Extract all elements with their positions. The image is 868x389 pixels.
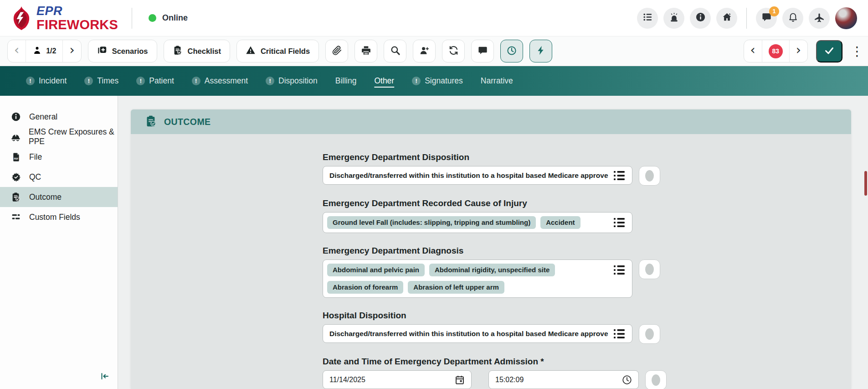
ed-cause-of-injury-input[interactable]: Ground level Fall (includes: slipping, t… [323,212,632,233]
scenarios-button[interactable]: Scenarios [88,40,157,62]
status-dot [645,170,654,182]
lightning-bolt-icon [536,45,546,57]
sync-button[interactable] [442,40,465,62]
choices-list-icon[interactable] [612,170,626,182]
critical-fields-button[interactable]: Critical Fields [236,40,319,62]
section-tabs: ! Incident ! Times ! Patient ! Assessmen… [0,66,868,96]
alert-icon: ! [84,77,93,85]
siren-icon [669,12,679,24]
validation-count[interactable]: 83 [762,40,789,62]
tab-signatures[interactable]: ! Signatures [412,76,463,86]
sidebar-item-qc[interactable]: QC [0,167,118,187]
ed-diagnosis-status-toggle[interactable] [639,259,660,279]
tab-disposition[interactable]: ! Disposition [266,76,318,86]
tag[interactable]: Abdominal rigidity, unspecified site [429,264,555,276]
ed-admission-date-input[interactable]: 11/14/2025 [323,370,472,389]
tag[interactable]: Abrasion of left upper arm [408,281,504,294]
checkmark-icon [824,45,835,57]
pager-next-button[interactable]: › [62,40,81,62]
tab-times[interactable]: ! Times [84,76,118,86]
online-status-dot [149,14,156,22]
validation-next-button[interactable]: › [789,40,807,62]
status-dot [645,328,654,340]
alerts-siren-button[interactable] [663,8,684,29]
print-button[interactable] [354,40,377,62]
pager-value: 1/2 [46,47,56,55]
scrollbar-thumb[interactable] [864,171,867,196]
field-ed-diagnosis: Emergency Department Diagnosis Abdominal… [323,246,851,298]
validation-prev-button[interactable]: ‹ [744,40,762,62]
header-icons: 1 [637,7,857,29]
ed-admission-time-input[interactable]: 15:02:09 [488,370,639,389]
pager-prev-button[interactable]: ‹ [8,40,26,62]
ed-disposition-input[interactable]: Discharged/transferred within this insti… [323,166,632,185]
messages-button[interactable]: 1 [756,8,777,29]
tab-patient[interactable]: ! Patient [136,76,174,86]
user-avatar[interactable] [835,7,857,29]
ed-disposition-status-toggle[interactable] [639,166,660,186]
search-button[interactable] [384,40,406,62]
choices-list-icon[interactable] [612,264,626,276]
collapse-sidebar-button[interactable] [99,371,110,384]
refresh-icon [448,45,459,57]
add-person-button[interactable] [413,40,436,62]
ed-admission-status-toggle[interactable] [645,370,667,389]
svg-text:PDF: PDF [14,158,18,160]
sidebar-item-custom-fields[interactable]: Custom Fields [0,207,118,227]
bullet-list-icon [642,12,653,24]
more-menu-button[interactable]: ⋮ [851,44,861,59]
clipboard-check-icon [10,192,21,202]
notifications-button[interactable] [782,8,803,29]
hospital-disposition-input[interactable]: Discharged/transferred within this insti… [323,324,632,343]
connection-status: Online [149,13,188,23]
warning-triangle-icon [246,45,256,57]
hospital-disposition-value: Discharged/transferred within this insti… [329,330,608,338]
record-list-button[interactable] [637,8,658,29]
clipboard-check-icon [173,45,183,57]
info-icon [695,12,706,24]
calendar-icon[interactable] [454,374,465,385]
person-add-icon [419,45,430,57]
tab-other[interactable]: Other [374,76,394,86]
pager-current[interactable]: 1/2 [26,40,62,62]
status-dot [652,374,660,386]
attachments-button[interactable] [325,40,348,62]
content: OUTCOME Emergency Department Disposition… [118,96,868,389]
sidebar-item-outcome[interactable]: Outcome [0,187,118,207]
field-hospital-disposition: Hospital Disposition Discharged/transfer… [323,311,851,344]
quick-actions-button[interactable] [529,40,552,62]
tag[interactable]: Ground level Fall (includes: slipping, t… [327,216,536,229]
tab-assessment[interactable]: ! Assessment [192,76,248,86]
field-label: Emergency Department Diagnosis [323,246,851,256]
choices-list-icon[interactable] [612,217,626,228]
choices-list-icon[interactable] [612,328,626,340]
info-button[interactable] [690,8,711,29]
save-confirm-button[interactable] [816,40,842,62]
ed-diagnosis-input[interactable]: Abdominal and pelvic pain Abdominal rigi… [323,259,632,298]
sidebar-item-file[interactable]: PDF File [0,147,118,167]
checklist-button[interactable]: Checklist [164,40,230,62]
tab-incident[interactable]: ! Incident [26,76,67,86]
tag[interactable]: Accident [540,216,580,229]
validation-pager: ‹ 83 › [744,40,808,62]
alert-icon: ! [412,77,421,85]
clock-icon[interactable] [621,374,632,385]
field-label: Emergency Department Disposition [323,152,851,162]
field-ed-admission-datetime: Date and Time of Emergency Department Ad… [323,357,851,389]
airplane-icon [814,12,825,25]
sidebar-item-general[interactable]: General [0,107,118,127]
scenarios-label: Scenarios [112,47,148,56]
tag[interactable]: Abrasion of forearm [327,281,403,294]
outcome-card: OUTCOME Emergency Department Disposition… [131,109,851,389]
hospital-disposition-status-toggle[interactable] [639,324,660,344]
tab-billing[interactable]: Billing [335,76,357,86]
tab-narrative[interactable]: Narrative [481,76,513,86]
times-quick-button[interactable] [500,40,523,62]
sidebar-item-ems-crew-exposures[interactable]: EMS Crew Exposures & PPE [0,127,118,147]
tag[interactable]: Abdominal and pelvic pain [327,264,425,276]
other-sidebar: General EMS Crew Exposures & PPE PDF Fil… [0,96,118,389]
flight-mode-button[interactable] [809,8,830,29]
home-button[interactable] [716,8,737,29]
comments-button[interactable] [471,40,494,62]
ed-disposition-value: Discharged/transferred within this insti… [329,171,608,180]
